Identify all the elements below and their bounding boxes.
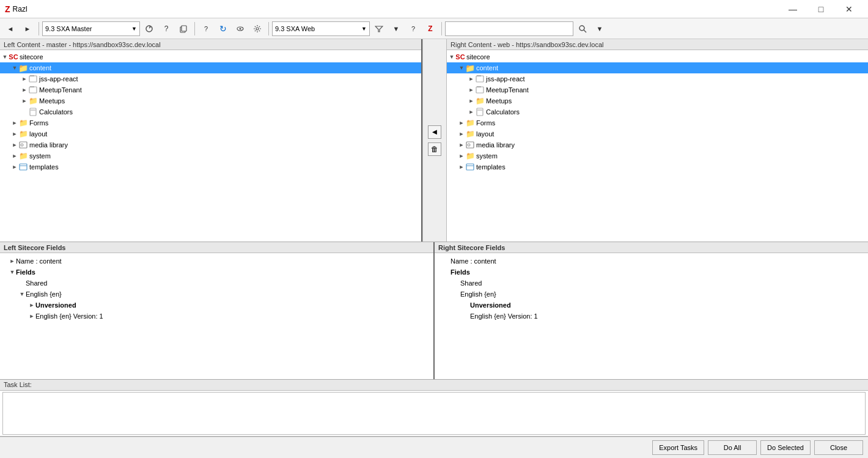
field-row-name-r: Name : content bbox=[440, 256, 863, 267]
tree-item-meetups-r[interactable]: ► 📁 Meetups bbox=[447, 95, 868, 106]
field-label: Name : content bbox=[451, 257, 496, 265]
svg-rect-26 bbox=[466, 164, 474, 170]
search-button[interactable] bbox=[575, 21, 590, 37]
tree-toggle[interactable]: ► bbox=[468, 108, 475, 116]
tree-item-jss-app-l[interactable]: ► jss-app-react bbox=[0, 73, 421, 84]
tree-toggle[interactable]: ▼ bbox=[11, 64, 18, 72]
tree-toggle[interactable]: ► bbox=[11, 152, 18, 160]
close-button[interactable]: Close bbox=[814, 440, 863, 455]
delete-button[interactable]: 🗑 bbox=[428, 142, 441, 156]
search-box[interactable] bbox=[445, 21, 573, 36]
right-panel-content[interactable]: ▼ SC sitecore ▼ 📁 content ► jss-app-reac… bbox=[447, 50, 868, 242]
tree-item-meetuptenant-l[interactable]: ► MeetupTenant bbox=[0, 84, 421, 95]
tree-label: sitecore bbox=[466, 53, 490, 61]
settings-button[interactable] bbox=[249, 21, 265, 37]
razl-logo-button[interactable]: Z bbox=[422, 21, 438, 37]
tree-toggle[interactable]: ► bbox=[458, 130, 465, 138]
tree-item-layout-r[interactable]: ► 📁 layout bbox=[447, 128, 868, 139]
tree-item-forms-r[interactable]: ► 📁 Forms bbox=[447, 117, 868, 128]
svg-rect-9 bbox=[29, 76, 37, 82]
tree-toggle[interactable]: ► bbox=[21, 97, 28, 105]
tree-item-meetups-l[interactable]: ► 📁 Meetups bbox=[0, 95, 421, 106]
tree-item-calculators-l[interactable]: Calculators bbox=[0, 106, 421, 117]
tree-item-calculators-r[interactable]: ► Calculators bbox=[447, 106, 868, 117]
field-toggle[interactable]: ▼ bbox=[18, 291, 26, 297]
tree-icon-folder-orange: 📁 bbox=[28, 96, 38, 106]
tree-toggle[interactable]: ► bbox=[468, 75, 475, 83]
tree-toggle[interactable]: ▼ bbox=[1, 53, 9, 61]
svg-point-6 bbox=[579, 26, 584, 31]
eye-button[interactable] bbox=[232, 21, 248, 37]
field-row-fields-r: Fields bbox=[440, 267, 863, 278]
maximize-button[interactable]: □ bbox=[807, 0, 835, 18]
tree-item-system-l[interactable]: ► 📁 system bbox=[0, 150, 421, 161]
tree-item-meetuptenant-r[interactable]: ► MeetupTenant bbox=[447, 84, 868, 95]
left-connection-dropdown[interactable]: 9.3 SXA Master ▼ bbox=[42, 21, 140, 36]
tree-toggle[interactable]: ► bbox=[11, 119, 18, 127]
close-button[interactable]: ✕ bbox=[835, 0, 863, 18]
filter-button[interactable] bbox=[371, 21, 387, 37]
tree-icon-item bbox=[475, 74, 485, 84]
tree-label: system bbox=[476, 152, 498, 160]
tree-toggle[interactable]: ► bbox=[458, 141, 465, 149]
refresh-left-button[interactable] bbox=[141, 21, 157, 37]
tree-toggle[interactable]: ► bbox=[458, 163, 465, 171]
left-panel-content[interactable]: ▼ SC sitecore ▼ 📁 content ► jss-app-reac… bbox=[0, 50, 421, 242]
tree-item-jss-app-r[interactable]: ► jss-app-react bbox=[447, 73, 868, 84]
tree-toggle[interactable]: ► bbox=[468, 97, 475, 105]
field-label: Shared bbox=[460, 279, 482, 287]
tree-item-media-l[interactable]: ► media library bbox=[0, 139, 421, 150]
task-list-content[interactable] bbox=[2, 392, 866, 435]
tree-label: templates bbox=[29, 163, 59, 171]
tree-toggle[interactable]: ▼ bbox=[458, 64, 465, 72]
tree-toggle[interactable]: ► bbox=[21, 86, 28, 94]
field-toggle[interactable]: ► bbox=[9, 258, 16, 264]
tree-item-content-l[interactable]: ▼ 📁 content bbox=[0, 62, 421, 73]
tree-toggle[interactable]: ► bbox=[458, 152, 465, 160]
field-toggle[interactable]: ► bbox=[28, 302, 35, 308]
tree-item-forms-l[interactable]: ► 📁 Forms bbox=[0, 117, 421, 128]
field-toggle[interactable]: ▼ bbox=[9, 269, 16, 275]
field-toggle[interactable]: ► bbox=[28, 313, 35, 319]
help-button[interactable]: ? bbox=[198, 21, 214, 37]
tree-toggle[interactable] bbox=[21, 108, 28, 116]
copy-left-button[interactable] bbox=[175, 21, 191, 37]
forward-button[interactable]: ► bbox=[20, 21, 35, 37]
do-all-button[interactable]: Do All bbox=[708, 440, 757, 455]
svg-rect-2 bbox=[182, 26, 186, 31]
tree-toggle[interactable]: ► bbox=[458, 119, 465, 127]
refresh-button[interactable]: ↻ bbox=[215, 21, 231, 37]
help-left-button[interactable]: ? bbox=[158, 21, 174, 37]
tree-label: jss-app-react bbox=[39, 75, 78, 83]
tree-item-sitecore-r[interactable]: ▼ SC sitecore bbox=[447, 51, 868, 62]
tree-item-content-r[interactable]: ▼ 📁 content bbox=[447, 62, 868, 73]
tree-label: MeetupTenant bbox=[486, 86, 529, 94]
help-right-button[interactable]: ? bbox=[405, 21, 421, 37]
copy-left-arrow[interactable]: ◄ bbox=[428, 125, 441, 139]
back-button[interactable]: ◄ bbox=[2, 21, 18, 37]
field-row-english-l: ▼ English {en} bbox=[5, 289, 428, 300]
tree-item-sitecore-l[interactable]: ▼ SC sitecore bbox=[0, 51, 421, 62]
left-fields-panel: Left Sitecore Fields ► Name : content ▼ … bbox=[0, 242, 435, 379]
do-selected-button[interactable]: Do Selected bbox=[760, 440, 811, 455]
tree-item-media-r[interactable]: ► media library bbox=[447, 139, 868, 150]
search-options-button[interactable]: ▼ bbox=[592, 21, 608, 37]
tree-toggle[interactable]: ► bbox=[11, 163, 18, 171]
field-label: English {en} Version: 1 bbox=[470, 312, 538, 320]
tree-toggle[interactable]: ► bbox=[468, 86, 475, 94]
tree-toggle[interactable]: ► bbox=[21, 75, 28, 83]
tree-item-system-r[interactable]: ► 📁 system bbox=[447, 150, 868, 161]
tree-item-templates-l[interactable]: ► templates bbox=[0, 161, 421, 172]
minimize-button[interactable]: — bbox=[779, 0, 807, 18]
filter-dropdown-button[interactable]: ▼ bbox=[388, 21, 404, 37]
search-input[interactable] bbox=[448, 25, 570, 32]
export-tasks-button[interactable]: Export Tasks bbox=[652, 440, 704, 455]
tree-item-layout-l[interactable]: ► 📁 layout bbox=[0, 128, 421, 139]
tree-toggle[interactable]: ▼ bbox=[448, 53, 455, 61]
tree-toggle[interactable]: ► bbox=[11, 141, 18, 149]
tree-item-templates-r[interactable]: ► templates bbox=[447, 161, 868, 172]
right-connection-dropdown[interactable]: 9.3 SXA Web ▼ bbox=[272, 21, 370, 36]
right-connection-label: 9.3 SXA Web bbox=[275, 25, 315, 32]
tree-label: Calculators bbox=[486, 108, 520, 116]
tree-toggle[interactable]: ► bbox=[11, 130, 18, 138]
